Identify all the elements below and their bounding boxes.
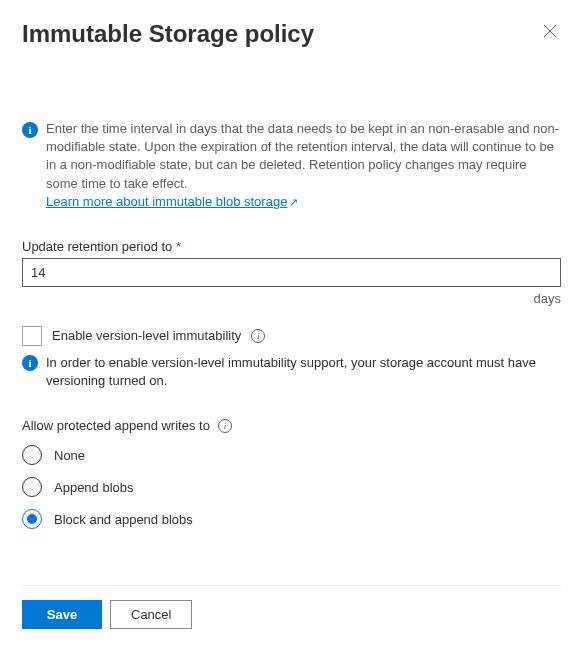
append-writes-label: Allow protected append writes to xyxy=(22,418,210,433)
version-level-hint: In order to enable version-level immutab… xyxy=(46,354,561,390)
external-link-icon: ↗ xyxy=(289,196,298,208)
info-icon: i xyxy=(22,355,38,371)
cancel-button[interactable]: Cancel xyxy=(110,600,192,629)
close-button[interactable] xyxy=(539,20,561,45)
radio-label: Append blobs xyxy=(54,480,134,495)
version-level-label: Enable version-level immutability xyxy=(52,328,241,343)
radio-label: Block and append blobs xyxy=(54,512,193,527)
info-icon: i xyxy=(22,122,38,138)
retention-input[interactable] xyxy=(22,258,561,287)
info-description: Enter the time interval in days that the… xyxy=(46,120,561,211)
close-icon xyxy=(543,24,557,38)
retention-suffix: days xyxy=(22,291,561,306)
info-icon[interactable]: i xyxy=(251,329,265,343)
radio-label: None xyxy=(54,448,85,463)
save-button[interactable]: Save xyxy=(22,600,102,629)
radio-option-none[interactable]: None xyxy=(22,445,561,465)
page-title: Immutable Storage policy xyxy=(22,20,314,48)
radio-option-append[interactable]: Append blobs xyxy=(22,477,561,497)
version-level-checkbox[interactable] xyxy=(22,326,42,346)
radio-option-block-append[interactable]: Block and append blobs xyxy=(22,509,561,529)
info-icon[interactable]: i xyxy=(218,419,232,433)
learn-more-link[interactable]: Learn more about immutable blob storage xyxy=(46,194,287,209)
retention-label: Update retention period to * xyxy=(22,239,561,254)
